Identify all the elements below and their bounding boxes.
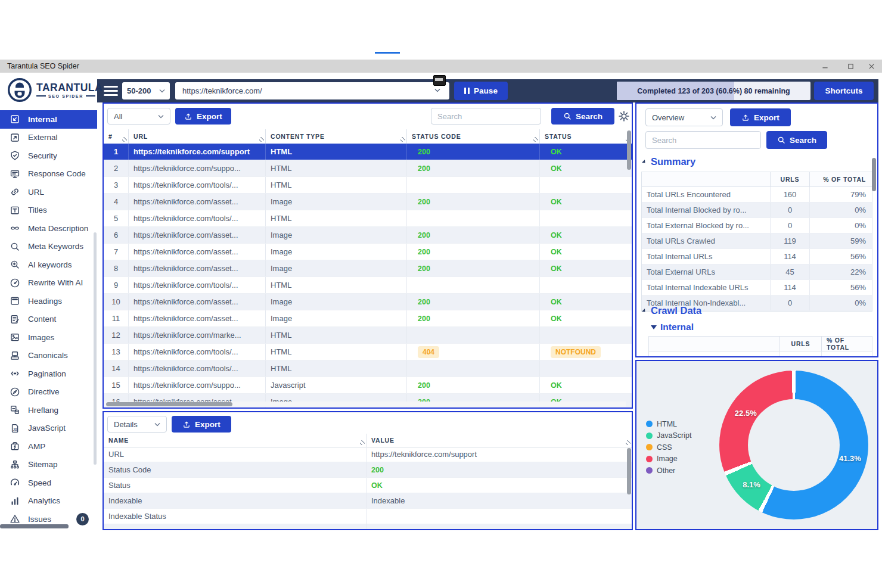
table-row[interactable]: 2https://teknikforce.com/suppo...HTML200… [104, 160, 632, 177]
url-search-button[interactable]: Search [551, 108, 614, 125]
status-value: OK [551, 248, 562, 256]
url-table-hscrollbar[interactable] [104, 402, 626, 407]
summary-row[interactable]: Total External URLs4522% [642, 265, 872, 280]
url-search-input[interactable] [431, 108, 541, 125]
maximize-button[interactable] [843, 60, 858, 73]
table-row[interactable]: 13https://teknikforce.com/tools/...HTML4… [104, 344, 632, 360]
crawl-data-section-header[interactable]: Crawl Data [641, 305, 701, 316]
overview-search-input[interactable] [645, 131, 761, 149]
row-content-type-cell: HTML [266, 210, 407, 226]
url-table-vscroll-thumb[interactable] [627, 130, 631, 170]
crawl-internal-section-header[interactable]: Internal [651, 322, 694, 332]
summary-row[interactable]: Total URLs Crawled11959% [642, 234, 872, 249]
overview-vscroll-thumb[interactable] [872, 158, 876, 191]
sidebar-item-directive[interactable]: Directive [0, 383, 97, 402]
minimize-button[interactable] [818, 60, 832, 73]
sidebar-item-meta-keywords[interactable]: Meta Keywords [0, 238, 97, 256]
table-row[interactable]: 15https://teknikforce.com/suppo...Javasc… [104, 377, 632, 394]
crawl-internal-row[interactable]: All11456% [649, 351, 872, 357]
sidebar-item-internal[interactable]: Internal [0, 110, 97, 129]
sidebar-item-hreflang[interactable]: Hreflang [0, 401, 97, 419]
sidebar-item-content[interactable]: Content [0, 310, 97, 329]
table-row[interactable]: 9https://teknikforce.com/tools/...HTML [104, 277, 632, 294]
status-value: OK [551, 265, 562, 273]
column-resize-handle[interactable] [533, 137, 538, 142]
sidebar-hscroll-thumb[interactable] [0, 524, 69, 528]
legend-item-css[interactable]: CSS [646, 441, 691, 453]
legend-item-other[interactable]: Other [646, 465, 691, 477]
sidebar-item-meta-description[interactable]: Meta Description [0, 219, 97, 238]
sidebar-item-security[interactable]: Security [0, 147, 97, 165]
table-row[interactable]: 4https://teknikforce.com/asset...Image20… [104, 194, 632, 210]
summary-row[interactable]: Total URLs Encountered16079% [642, 187, 872, 203]
summary-section-header[interactable]: Summary [641, 156, 695, 167]
details-row[interactable]: URLhttps://teknikforce.com/support [104, 447, 632, 462]
details-row[interactable]: StatusOK [104, 478, 632, 493]
table-row[interactable]: 3https://teknikforce.com/tools/...HTML [104, 177, 632, 194]
column-resize-handle[interactable] [400, 137, 405, 142]
table-row[interactable]: 12https://teknikforce.com/marke...HTML [104, 327, 632, 344]
sidebar-item-canonicals[interactable]: Canonicals [0, 347, 97, 365]
sidebar-item-analytics[interactable]: Analytics [0, 492, 97, 511]
sidebar-item-speed[interactable]: Speed [0, 474, 97, 492]
sidebar-scrollbar[interactable] [94, 232, 97, 465]
settings-gear-icon[interactable] [617, 110, 631, 123]
column-resize-handle[interactable] [122, 137, 127, 142]
sidebar-item-images[interactable]: Images [0, 328, 97, 347]
column-resize-handle[interactable] [626, 440, 631, 445]
pause-button[interactable]: Pause [454, 82, 508, 100]
sidebar-item-url[interactable]: URL [0, 183, 97, 201]
row-index-cell: 2 [104, 160, 129, 176]
details-row[interactable]: Indexable Status [104, 509, 632, 524]
legend-item-html[interactable]: HTML [646, 418, 691, 430]
details-row[interactable]: IndexableIndexable [104, 493, 632, 509]
status-code-value: 200 [418, 248, 430, 256]
crawl-range-select[interactable]: 50-200 [122, 82, 170, 99]
sidebar-item-pagination[interactable]: Pagination [0, 365, 97, 383]
sidebar-item-amp[interactable]: AMP [0, 437, 97, 456]
sidebar-item-response-code[interactable]: Response Code [0, 165, 97, 183]
table-row[interactable]: 1https://teknikforce.com/supportHTML200O… [104, 144, 632, 160]
overview-view-select[interactable]: Overview [645, 108, 723, 126]
sidebar-item-javascript[interactable]: JSJavaScript [0, 419, 97, 438]
sidebar-item-headings[interactable]: Headings [0, 292, 97, 310]
export-button[interactable]: Export [175, 108, 231, 125]
details-row[interactable]: Status Code200 [104, 462, 632, 478]
table-row[interactable]: 5https://teknikforce.com/tools/...HTML [104, 210, 632, 227]
sidebar-item-titles[interactable]: Titles [0, 201, 97, 220]
javascript-icon: JS [10, 423, 20, 434]
table-row[interactable]: 11https://teknikforce.com/asset...Image2… [104, 310, 632, 327]
overview-search-button[interactable]: Search [766, 131, 827, 149]
menu-icon[interactable] [104, 86, 118, 96]
legend-item-image[interactable]: Image [646, 453, 691, 465]
shortcuts-button[interactable]: Shortcuts [814, 82, 874, 100]
table-row[interactable]: 10https://teknikforce.com/asset...Image2… [104, 294, 632, 310]
summary-row[interactable]: Total Internal Blocked by ro...00% [642, 203, 872, 218]
column-resize-handle[interactable] [360, 440, 365, 445]
url-dropdown-chevron-icon[interactable] [434, 88, 440, 92]
details-vscroll-thumb[interactable] [627, 448, 631, 494]
column-resize-handle[interactable] [259, 137, 264, 142]
row-status-cell: OK [540, 194, 632, 210]
table-row[interactable]: 8https://teknikforce.com/asset...Image20… [104, 260, 632, 277]
crawl-url-input[interactable] [175, 82, 449, 99]
summary-row[interactable]: Total External Blocked by ro...00% [642, 218, 872, 234]
close-button[interactable] [864, 60, 878, 73]
details-panel: Details Export NAMEVALUE URLhttps://tekn… [103, 411, 633, 530]
summary-row[interactable]: Total Internal Indexable URLs11456% [642, 280, 872, 295]
filter-select[interactable]: All [107, 108, 170, 125]
table-row[interactable]: 7https://teknikforce.com/asset...Image20… [104, 244, 632, 260]
details-view-select[interactable]: Details [107, 416, 167, 433]
overview-export-button[interactable]: Export [730, 108, 791, 126]
legend-item-javascript[interactable]: JavaScript [646, 430, 691, 442]
table-row[interactable]: 6https://teknikforce.com/asset...Image20… [104, 227, 632, 244]
sidebar-item-sitemap[interactable]: Sitemap [0, 456, 97, 474]
summary-row[interactable]: Total Internal URLs11456% [642, 249, 872, 265]
export-icon [184, 112, 192, 121]
sidebar-item-rewrite-with-ai[interactable]: Rewrite With AI [0, 274, 97, 293]
details-row[interactable]: Meta Description 1customer support platf… [104, 524, 632, 530]
sidebar-item-ai-keywords[interactable]: AI keywords [0, 256, 97, 274]
table-row[interactable]: 14https://teknikforce.com/tools/...HTML [104, 360, 632, 377]
sidebar-item-external[interactable]: External [0, 129, 97, 147]
details-export-button[interactable]: Export [172, 416, 231, 433]
